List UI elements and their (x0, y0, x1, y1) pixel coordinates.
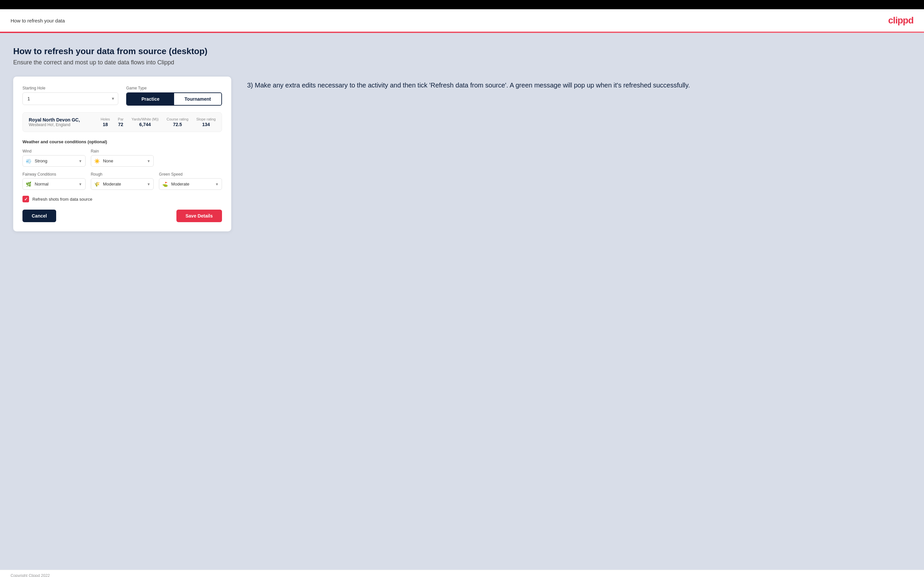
game-type-label: Game Type (126, 86, 222, 90)
rain-group: Rain ☀️ None ▼ (91, 149, 154, 167)
course-row: Royal North Devon GC, Westward Ho!, Engl… (23, 112, 222, 132)
rain-select-wrapper: ☀️ None ▼ (91, 155, 154, 167)
wind-select[interactable]: Strong (23, 155, 86, 167)
copyright: Copyright Clippd 2022 (11, 573, 50, 577)
starting-hole-label: Starting Hole (23, 86, 118, 90)
par-stat: Par 72 (118, 117, 124, 127)
top-bar (0, 0, 924, 9)
rough-select-wrapper: 🌾 Moderate ▼ (91, 178, 154, 190)
course-location: Westward Ho!, England (29, 122, 93, 127)
refresh-label: Refresh shots from data source (32, 197, 92, 202)
refresh-checkbox-row[interactable]: ✓ Refresh shots from data source (23, 196, 222, 202)
wind-rain-row: Wind 💨 Strong ▼ Rain ☀️ None (23, 149, 222, 167)
cancel-button[interactable]: Cancel (23, 210, 56, 222)
form-top-section: Starting Hole 1 ▼ Game Type Practice Tou… (23, 86, 222, 106)
form-actions: Cancel Save Details (23, 210, 222, 222)
conditions-title: Weather and course conditions (optional) (23, 139, 222, 144)
starting-hole-select[interactable]: 1 (23, 92, 118, 105)
course-rating-stat: Course rating 72.5 (166, 117, 188, 127)
holes-stat: Holes 18 (101, 117, 110, 127)
page-subheading: Ensure the correct and most up to date d… (13, 59, 911, 66)
wind-label: Wind (23, 149, 86, 153)
fairway-group: Fairway Conditions 🌿 Normal ▼ (23, 172, 86, 190)
game-type-buttons: Practice Tournament (126, 92, 222, 106)
par-label: Par (118, 117, 124, 121)
side-text-content: 3) Make any extra edits necessary to the… (247, 80, 911, 90)
fairway-rough-green-row: Fairway Conditions 🌿 Normal ▼ Rough 🌾 (23, 172, 222, 190)
green-speed-label: Green Speed (159, 172, 222, 177)
game-type-group: Game Type Practice Tournament (126, 86, 222, 106)
rough-group: Rough 🌾 Moderate ▼ (91, 172, 154, 190)
main-content: How to refresh your data from source (de… (0, 33, 924, 570)
slope-rating-value: 134 (202, 122, 210, 127)
empty-group (159, 149, 222, 167)
holes-value: 18 (103, 122, 108, 127)
wind-select-wrapper: 💨 Strong ▼ (23, 155, 86, 167)
course-rating-label: Course rating (166, 117, 188, 121)
par-value: 72 (118, 122, 124, 127)
green-speed-select-wrapper: ⛳ Moderate ▼ (159, 178, 222, 190)
wind-group: Wind 💨 Strong ▼ (23, 149, 86, 167)
tournament-button[interactable]: Tournament (174, 93, 221, 105)
checkmark-icon: ✓ (24, 197, 28, 202)
practice-button[interactable]: Practice (127, 93, 174, 105)
rough-select[interactable]: Moderate (91, 178, 154, 190)
header: How to refresh your data clippd (0, 9, 924, 32)
fairway-label: Fairway Conditions (23, 172, 86, 177)
green-speed-select[interactable]: Moderate (159, 178, 222, 190)
fairway-select-wrapper: 🌿 Normal ▼ (23, 178, 86, 190)
logo: clippd (888, 15, 913, 26)
yards-label: Yards/White (M)) (131, 117, 158, 121)
rain-label: Rain (91, 149, 154, 153)
page-heading: How to refresh your data from source (de… (13, 46, 911, 56)
course-stats: Holes 18 Par 72 Yards/White (M)) 6,744 C… (101, 117, 216, 127)
yards-value: 6,744 (139, 122, 151, 127)
form-card: Starting Hole 1 ▼ Game Type Practice Tou… (13, 77, 231, 231)
slope-rating-label: Slope rating (196, 117, 216, 121)
content-row: Starting Hole 1 ▼ Game Type Practice Tou… (13, 77, 911, 231)
footer: Copyright Clippd 2022 (0, 570, 924, 577)
starting-hole-group: Starting Hole 1 ▼ (23, 86, 118, 106)
slope-rating-stat: Slope rating 134 (196, 117, 216, 127)
course-rating-value: 72.5 (173, 122, 182, 127)
starting-hole-select-wrapper: 1 ▼ (23, 92, 118, 105)
green-speed-group: Green Speed ⛳ Moderate ▼ (159, 172, 222, 190)
course-info: Royal North Devon GC, Westward Ho!, Engl… (29, 117, 93, 127)
rough-label: Rough (91, 172, 154, 177)
save-button[interactable]: Save Details (176, 210, 222, 222)
header-title: How to refresh your data (11, 18, 65, 23)
refresh-checkbox[interactable]: ✓ (23, 196, 29, 202)
yards-stat: Yards/White (M)) 6,744 (131, 117, 158, 127)
course-name: Royal North Devon GC, (29, 117, 93, 122)
rain-select[interactable]: None (91, 155, 154, 167)
holes-label: Holes (101, 117, 110, 121)
side-text: 3) Make any extra edits necessary to the… (247, 77, 911, 90)
fairway-select[interactable]: Normal (23, 178, 86, 190)
